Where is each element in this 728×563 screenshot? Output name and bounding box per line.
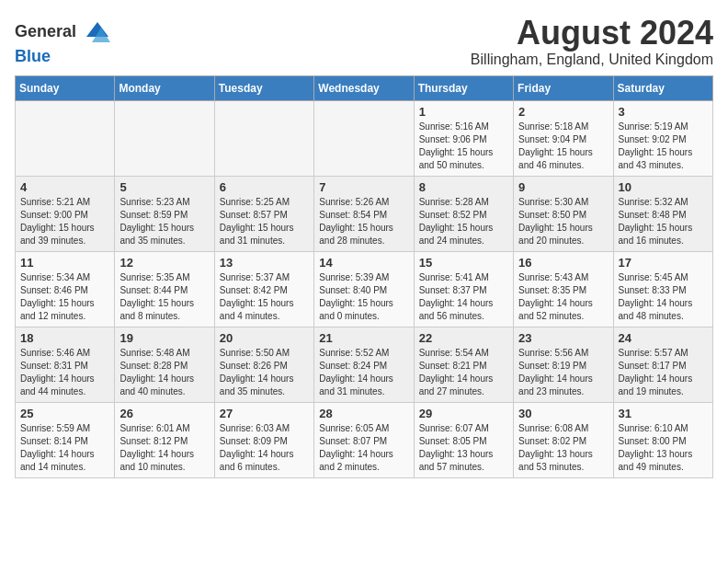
col-saturday: Saturday: [613, 75, 712, 100]
table-row: 8Sunrise: 5:28 AM Sunset: 8:52 PM Daylig…: [414, 176, 513, 251]
day-number: 23: [518, 331, 608, 345]
table-row: [314, 100, 414, 176]
day-info: Sunrise: 5:46 AM Sunset: 8:31 PM Dayligh…: [20, 347, 109, 398]
day-number: 9: [518, 180, 608, 194]
table-row: 9Sunrise: 5:30 AM Sunset: 8:50 PM Daylig…: [514, 176, 613, 251]
day-info: Sunrise: 6:07 AM Sunset: 8:05 PM Dayligh…: [419, 422, 508, 474]
day-info: Sunrise: 5:43 AM Sunset: 8:35 PM Dayligh…: [518, 271, 608, 323]
day-number: 17: [619, 256, 708, 270]
logo-blue-text: Blue: [15, 47, 51, 65]
table-row: 17Sunrise: 5:45 AM Sunset: 8:33 PM Dayli…: [613, 251, 712, 327]
day-info: Sunrise: 5:56 AM Sunset: 8:19 PM Dayligh…: [518, 347, 608, 398]
day-info: Sunrise: 5:39 AM Sunset: 8:40 PM Dayligh…: [319, 271, 408, 323]
day-info: Sunrise: 5:25 AM Sunset: 8:57 PM Dayligh…: [220, 196, 309, 247]
col-tuesday: Tuesday: [214, 75, 313, 100]
table-row: [214, 100, 313, 176]
calendar-week-row: 18Sunrise: 5:46 AM Sunset: 8:31 PM Dayli…: [16, 327, 713, 402]
logo-general-text: General: [15, 22, 76, 40]
table-row: 20Sunrise: 5:50 AM Sunset: 8:26 PM Dayli…: [214, 327, 313, 402]
table-row: 26Sunrise: 6:01 AM Sunset: 8:12 PM Dayli…: [115, 402, 214, 477]
calendar-week-row: 25Sunrise: 5:59 AM Sunset: 8:14 PM Dayli…: [16, 402, 713, 477]
day-number: 5: [119, 180, 209, 194]
day-number: 26: [119, 407, 209, 420]
table-row: 18Sunrise: 5:46 AM Sunset: 8:31 PM Dayli…: [16, 327, 115, 402]
day-info: Sunrise: 5:50 AM Sunset: 8:26 PM Dayligh…: [220, 347, 309, 398]
day-number: 7: [319, 180, 408, 194]
day-number: 11: [20, 256, 109, 270]
calendar-week-row: 4Sunrise: 5:21 AM Sunset: 9:00 PM Daylig…: [16, 176, 713, 251]
day-number: 28: [319, 407, 408, 420]
table-row: 4Sunrise: 5:21 AM Sunset: 9:00 PM Daylig…: [16, 176, 115, 251]
day-number: 20: [220, 331, 309, 345]
day-info: Sunrise: 5:28 AM Sunset: 8:52 PM Dayligh…: [419, 196, 508, 247]
col-wednesday: Wednesday: [314, 75, 414, 100]
table-row: 19Sunrise: 5:48 AM Sunset: 8:28 PM Dayli…: [115, 327, 214, 402]
header: General Blue August 2024 Billingham, Eng…: [15, 15, 713, 68]
table-row: 5Sunrise: 5:23 AM Sunset: 8:59 PM Daylig…: [115, 176, 214, 251]
day-info: Sunrise: 6:10 AM Sunset: 8:00 PM Dayligh…: [619, 422, 708, 474]
day-number: 22: [419, 331, 508, 345]
table-row: 3Sunrise: 5:19 AM Sunset: 9:02 PM Daylig…: [613, 100, 712, 176]
table-row: 2Sunrise: 5:18 AM Sunset: 9:04 PM Daylig…: [514, 100, 613, 176]
table-row: 27Sunrise: 6:03 AM Sunset: 8:09 PM Dayli…: [214, 402, 313, 477]
table-row: 24Sunrise: 5:57 AM Sunset: 8:17 PM Dayli…: [613, 327, 712, 402]
day-number: 15: [419, 256, 508, 270]
table-row: 10Sunrise: 5:32 AM Sunset: 8:48 PM Dayli…: [613, 176, 712, 251]
day-info: Sunrise: 5:35 AM Sunset: 8:44 PM Dayligh…: [119, 271, 209, 323]
day-number: 18: [20, 331, 109, 345]
table-row: 14Sunrise: 5:39 AM Sunset: 8:40 PM Dayli…: [314, 251, 414, 327]
table-row: 7Sunrise: 5:26 AM Sunset: 8:54 PM Daylig…: [314, 176, 414, 251]
day-info: Sunrise: 5:59 AM Sunset: 8:14 PM Dayligh…: [20, 422, 109, 474]
table-row: 12Sunrise: 5:35 AM Sunset: 8:44 PM Dayli…: [115, 251, 214, 327]
day-number: 8: [419, 180, 508, 194]
col-monday: Monday: [115, 75, 214, 100]
table-row: 31Sunrise: 6:10 AM Sunset: 8:00 PM Dayli…: [613, 402, 712, 477]
day-info: Sunrise: 5:23 AM Sunset: 8:59 PM Dayligh…: [119, 196, 209, 247]
col-friday: Friday: [514, 75, 613, 100]
table-row: 21Sunrise: 5:52 AM Sunset: 8:24 PM Dayli…: [314, 327, 414, 402]
day-number: 1: [419, 105, 508, 119]
table-row: [115, 100, 214, 176]
day-info: Sunrise: 5:32 AM Sunset: 8:48 PM Dayligh…: [619, 196, 708, 247]
table-row: 23Sunrise: 5:56 AM Sunset: 8:19 PM Dayli…: [514, 327, 613, 402]
table-row: [16, 100, 115, 176]
day-info: Sunrise: 5:21 AM Sunset: 9:00 PM Dayligh…: [20, 196, 109, 247]
table-row: 28Sunrise: 6:05 AM Sunset: 8:07 PM Dayli…: [314, 402, 414, 477]
day-number: 25: [20, 407, 109, 420]
col-thursday: Thursday: [414, 75, 513, 100]
day-info: Sunrise: 5:52 AM Sunset: 8:24 PM Dayligh…: [319, 347, 408, 398]
day-number: 21: [319, 331, 408, 345]
day-info: Sunrise: 5:16 AM Sunset: 9:06 PM Dayligh…: [419, 121, 508, 172]
table-row: 30Sunrise: 6:08 AM Sunset: 8:02 PM Dayli…: [514, 402, 613, 477]
day-info: Sunrise: 5:48 AM Sunset: 8:28 PM Dayligh…: [119, 347, 209, 398]
day-number: 3: [619, 105, 708, 119]
table-row: 13Sunrise: 5:37 AM Sunset: 8:42 PM Dayli…: [214, 251, 313, 327]
day-info: Sunrise: 5:57 AM Sunset: 8:17 PM Dayligh…: [619, 347, 708, 398]
table-row: 11Sunrise: 5:34 AM Sunset: 8:46 PM Dayli…: [16, 251, 115, 327]
day-number: 12: [119, 256, 209, 270]
day-info: Sunrise: 5:41 AM Sunset: 8:37 PM Dayligh…: [419, 271, 508, 323]
day-number: 31: [619, 407, 708, 420]
calendar-week-row: 1Sunrise: 5:16 AM Sunset: 9:06 PM Daylig…: [16, 100, 713, 176]
col-sunday: Sunday: [16, 75, 115, 100]
table-row: 29Sunrise: 6:07 AM Sunset: 8:05 PM Dayli…: [414, 402, 513, 477]
month-title: August 2024: [471, 15, 713, 52]
day-number: 10: [619, 180, 708, 194]
day-info: Sunrise: 6:03 AM Sunset: 8:09 PM Dayligh…: [220, 422, 309, 474]
location-title: Billingham, England, United Kingdom: [471, 52, 713, 68]
day-number: 6: [220, 180, 309, 194]
day-number: 16: [518, 256, 608, 270]
title-area: August 2024 Billingham, England, United …: [471, 15, 713, 68]
day-info: Sunrise: 5:26 AM Sunset: 8:54 PM Dayligh…: [319, 196, 408, 247]
day-number: 24: [619, 331, 708, 345]
day-number: 4: [20, 180, 109, 194]
logo-icon: [83, 18, 112, 48]
table-row: 16Sunrise: 5:43 AM Sunset: 8:35 PM Dayli…: [514, 251, 613, 327]
day-info: Sunrise: 5:30 AM Sunset: 8:50 PM Dayligh…: [518, 196, 608, 247]
table-row: 22Sunrise: 5:54 AM Sunset: 8:21 PM Dayli…: [414, 327, 513, 402]
calendar-week-row: 11Sunrise: 5:34 AM Sunset: 8:46 PM Dayli…: [16, 251, 713, 327]
day-number: 13: [220, 256, 309, 270]
day-number: 27: [220, 407, 309, 420]
table-row: 15Sunrise: 5:41 AM Sunset: 8:37 PM Dayli…: [414, 251, 513, 327]
calendar-table: Sunday Monday Tuesday Wednesday Thursday…: [15, 75, 713, 478]
